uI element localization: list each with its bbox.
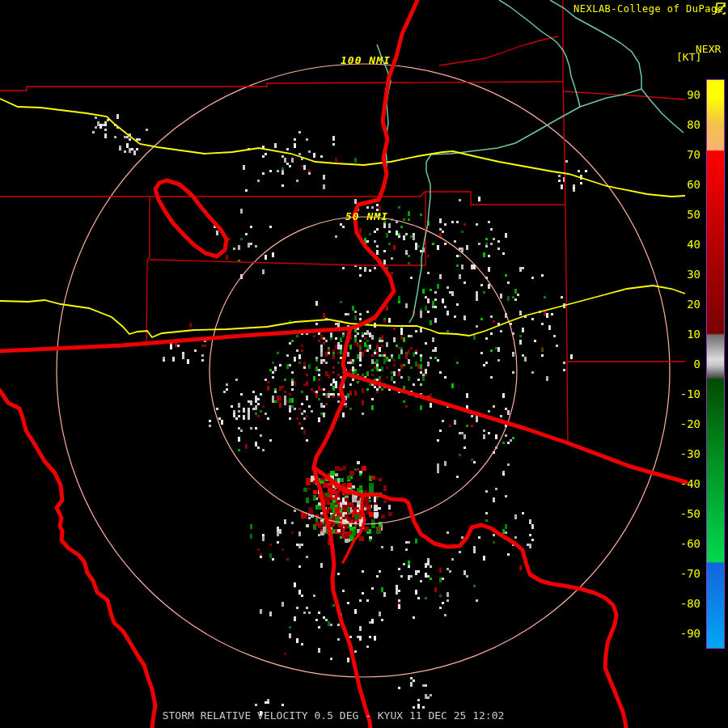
colorbar-tick: -10: [652, 387, 700, 401]
cod-flag-icon: [715, 2, 726, 15]
colorbar-tick: -80: [652, 596, 700, 611]
product-title: STORM RELATIVE VELOCITY 0.5 DEG - KYUX 1…: [0, 709, 667, 722]
colorbar-tick: 40: [652, 237, 700, 252]
colorbar-tick: -90: [652, 626, 700, 641]
colorbar-tick: 60: [652, 177, 700, 192]
brand-text: NEXLAB-College of DuPage: [574, 3, 723, 15]
colorbar-tick: 80: [652, 117, 700, 132]
colorbar-tick: 30: [652, 267, 700, 281]
salton-sea-outline: [155, 180, 226, 256]
range-rings: [57, 64, 670, 677]
river-fork-loop: [318, 470, 348, 493]
colorado-river-mid: [314, 328, 350, 468]
colorbar-tick: 10: [652, 327, 700, 341]
colorbar-tick: -50: [652, 506, 700, 521]
colorbar-tick: 0: [652, 357, 700, 371]
range-ring-label-50nmi: 50 NMI: [345, 210, 388, 222]
colorbar-units-label: [KT]: [676, 51, 701, 63]
colorbar-tick: -60: [652, 536, 700, 551]
west-boundary-line: [0, 391, 155, 728]
river-branch-middle: [343, 495, 365, 562]
state-border-lines: [0, 0, 686, 728]
colorbar-tick: -30: [652, 447, 700, 461]
map-overlay: [0, 0, 728, 728]
river-lines: [377, 0, 684, 323]
velocity-colorbar: [706, 79, 725, 649]
colorbar-tick: -40: [652, 476, 700, 491]
radar-viewport[interactable]: NEXLAB-College of DuPage NEXR [KT] 90807…: [0, 0, 728, 728]
range-ring-100nmi: [57, 64, 670, 677]
colorbar-tick: -70: [652, 566, 700, 581]
colorbar-tick: 20: [652, 297, 700, 311]
range-ring-label-100nmi: 100 NMI: [341, 54, 391, 66]
colorbar-tick: 70: [652, 147, 700, 162]
colorbar-tick: 50: [652, 207, 700, 222]
colorbar-tick: 90: [652, 87, 700, 102]
colorbar-tick: -20: [652, 417, 700, 431]
